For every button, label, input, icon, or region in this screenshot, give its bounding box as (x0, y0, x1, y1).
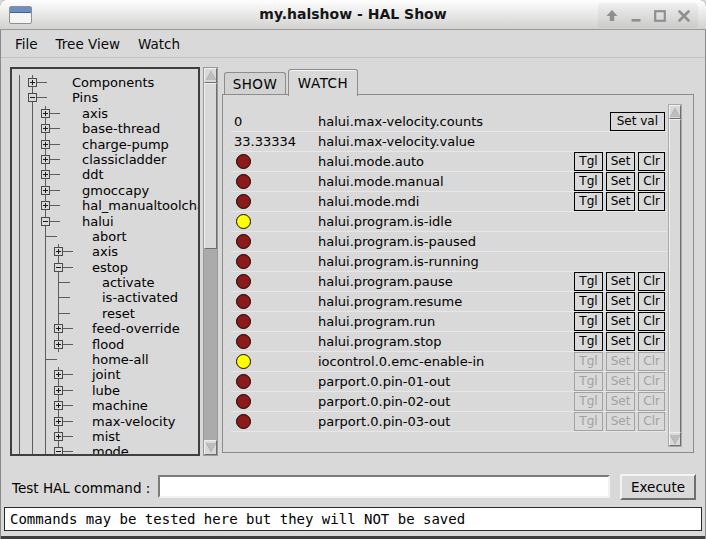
expand-icon[interactable] (41, 109, 50, 118)
tree-node-label[interactable]: hal_manualtoolchan (82, 198, 198, 213)
tree-node-label[interactable]: flood (92, 337, 124, 352)
tree-node[interactable]: hal_manualtoolchan (12, 198, 198, 213)
collapse-icon[interactable] (54, 263, 63, 272)
tree-node[interactable]: base-thread (12, 121, 198, 136)
tree-node-label[interactable]: classicladder (82, 152, 166, 167)
clr-button[interactable]: Clr (638, 332, 665, 351)
tree-node-label[interactable]: axis (92, 244, 118, 259)
set-button[interactable]: Set (606, 312, 636, 331)
tree-node[interactable]: Components (12, 75, 198, 90)
tree-node[interactable]: charge-pump (12, 137, 198, 152)
tree-node-label[interactable]: Pins (72, 90, 98, 105)
menu-item-tree-view[interactable]: Tree View (47, 32, 129, 56)
tree-node-label[interactable]: charge-pump (82, 137, 169, 152)
expand-icon[interactable] (54, 370, 63, 379)
tree-node-label[interactable]: home-all (92, 352, 149, 367)
set-button[interactable]: Set (606, 192, 636, 211)
set-button[interactable]: Set (606, 172, 636, 191)
tab-watch[interactable]: WATCH (288, 69, 358, 96)
collapse-icon[interactable] (41, 217, 50, 226)
watch-scrollbar[interactable] (668, 104, 682, 447)
clr-button[interactable]: Clr (638, 312, 665, 331)
tree-node-label[interactable]: activate (102, 275, 155, 290)
tree-node[interactable]: ddt (12, 167, 198, 182)
expand-icon[interactable] (54, 324, 63, 333)
menu-item-watch[interactable]: Watch (129, 32, 189, 56)
tree-node-label[interactable]: lube (92, 383, 120, 398)
expand-icon[interactable] (54, 247, 63, 256)
expand-icon[interactable] (54, 417, 63, 426)
watch-scrollbar-thumb[interactable] (669, 119, 681, 434)
tree-node-label[interactable]: base-thread (82, 121, 160, 136)
hal-command-input[interactable] (158, 475, 610, 498)
maximize-icon[interactable] (648, 4, 672, 28)
set-button[interactable]: Set (606, 292, 636, 311)
expand-icon[interactable] (54, 432, 63, 441)
expand-icon[interactable] (28, 78, 37, 87)
clr-button[interactable]: Clr (638, 152, 665, 171)
scroll-up-icon[interactable] (204, 68, 217, 83)
tree-scrollbar[interactable] (203, 67, 218, 456)
tree-node[interactable]: gmoccapy (12, 183, 198, 198)
tree-node-label[interactable]: estop (92, 260, 128, 275)
tree-node-label[interactable]: mode (92, 444, 129, 454)
tree-node-label[interactable]: is-activated (102, 290, 178, 305)
tree-node[interactable]: abort (12, 229, 198, 244)
tree-node[interactable]: estop (12, 260, 198, 275)
set-button[interactable]: Set (606, 152, 636, 171)
expand-icon[interactable] (41, 186, 50, 195)
tgl-button[interactable]: Tgl (574, 192, 602, 211)
tree-node[interactable]: joint (12, 367, 198, 382)
tree-node[interactable]: axis (12, 106, 198, 121)
tree-node[interactable]: feed-override (12, 321, 198, 336)
tree-node[interactable]: mist (12, 429, 198, 444)
menu-item-file[interactable]: File (6, 32, 47, 56)
tgl-button[interactable]: Tgl (574, 172, 602, 191)
minimize-icon[interactable] (624, 4, 648, 28)
tree-node-label[interactable]: reset (102, 306, 135, 321)
tree-node[interactable]: activate (12, 275, 198, 290)
scroll-down-icon[interactable] (669, 432, 681, 446)
tree-node-label[interactable]: axis (82, 106, 108, 121)
tree-node[interactable]: machine (12, 398, 198, 413)
clr-button[interactable]: Clr (638, 192, 665, 211)
tab-show[interactable]: SHOW (224, 72, 286, 95)
tree-node[interactable]: flood (12, 337, 198, 352)
expand-icon[interactable] (41, 124, 50, 133)
set-button[interactable]: Set (606, 272, 636, 291)
tree-node-label[interactable]: joint (92, 367, 121, 382)
tree-node[interactable]: Pins (12, 90, 198, 105)
tree-node[interactable]: reset (12, 306, 198, 321)
tree-node[interactable]: lube (12, 383, 198, 398)
expand-icon[interactable] (54, 340, 63, 349)
tree-node-label[interactable]: max-velocity (92, 414, 175, 429)
close-icon[interactable] (672, 4, 696, 28)
tree-node[interactable]: classicladder (12, 152, 198, 167)
tree-node[interactable]: home-all (12, 352, 198, 367)
tree-scrollbar-thumb[interactable] (204, 83, 217, 249)
tgl-button[interactable]: Tgl (574, 272, 602, 291)
clr-button[interactable]: Clr (638, 292, 665, 311)
tree-node-label[interactable]: halui (82, 214, 114, 229)
expand-icon[interactable] (41, 155, 50, 164)
tree-node[interactable]: axis (12, 244, 198, 259)
tree-node-label[interactable]: machine (92, 398, 148, 413)
tree-node-label[interactable]: Components (72, 75, 154, 90)
scroll-down-icon[interactable] (204, 440, 217, 455)
tree-node[interactable]: mode (12, 444, 198, 454)
expand-icon[interactable] (41, 140, 50, 149)
collapse-icon[interactable] (28, 93, 37, 102)
expand-icon[interactable] (41, 170, 50, 179)
tree-node[interactable]: is-activated (12, 290, 198, 305)
tgl-button[interactable]: Tgl (574, 312, 602, 331)
clr-button[interactable]: Clr (638, 172, 665, 191)
tree-node-label[interactable]: mist (92, 429, 120, 444)
tree-node[interactable]: halui (12, 214, 198, 229)
expand-icon[interactable] (41, 201, 50, 210)
scroll-up-icon[interactable] (669, 105, 681, 119)
collapse-icon[interactable] (54, 447, 63, 454)
execute-button[interactable]: Execute (620, 474, 696, 500)
shade-icon[interactable] (600, 4, 624, 28)
tgl-button[interactable]: Tgl (574, 332, 602, 351)
tree-node-label[interactable]: gmoccapy (82, 183, 149, 198)
